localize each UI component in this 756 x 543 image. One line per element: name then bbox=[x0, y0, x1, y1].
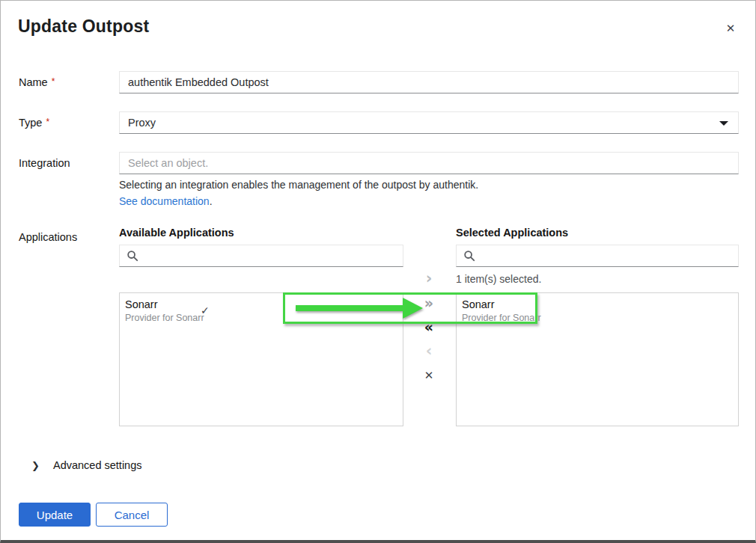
add-selected-button[interactable]: › bbox=[426, 271, 433, 286]
chevron-right-icon[interactable]: ❯ bbox=[31, 460, 40, 471]
list-item-available-sonarr[interactable]: Sonarr Provider for Sonarr ✓ bbox=[120, 293, 403, 328]
app-title: Sonarr bbox=[462, 298, 732, 311]
clear-selection-button[interactable]: ✕ bbox=[424, 370, 434, 381]
check-icon: ✓ bbox=[201, 304, 210, 316]
integration-field[interactable]: Select an object. bbox=[119, 152, 739, 174]
type-select-value: Proxy bbox=[128, 117, 156, 129]
name-field-value: authentik Embedded Outpost bbox=[128, 76, 269, 88]
update-outpost-modal: Update Outpost ✕ Name* authentik Embedde… bbox=[0, 0, 756, 543]
close-icon[interactable]: ✕ bbox=[723, 21, 738, 36]
see-documentation-link[interactable]: See documentation bbox=[119, 195, 210, 207]
type-select[interactable]: Proxy bbox=[119, 111, 739, 134]
app-subtitle: Provider for Sonarr bbox=[462, 312, 732, 324]
type-label: Type* bbox=[19, 117, 112, 129]
name-field[interactable]: authentik Embedded Outpost bbox=[119, 71, 739, 93]
selected-count-status: 1 item(s) selected. bbox=[456, 273, 541, 285]
name-label: Name* bbox=[19, 76, 112, 88]
selected-applications-list: Sonarr Provider for Sonarr bbox=[456, 292, 739, 426]
chevron-down-icon bbox=[719, 121, 728, 126]
selected-search-input[interactable] bbox=[456, 245, 739, 267]
applications-label: Applications bbox=[19, 231, 112, 243]
page-title: Update Outpost bbox=[18, 16, 149, 37]
integration-help-text: Selecting an integration enables the man… bbox=[119, 179, 478, 191]
integration-placeholder: Select an object. bbox=[128, 157, 208, 169]
available-search-input[interactable] bbox=[119, 245, 403, 267]
app-title: Sonarr bbox=[125, 298, 397, 311]
cancel-button[interactable]: Cancel bbox=[96, 503, 168, 527]
available-applications-header: Available Applications bbox=[119, 227, 234, 239]
app-subtitle: Provider for Sonarr bbox=[125, 312, 397, 324]
advanced-settings-toggle[interactable]: Advanced settings bbox=[53, 459, 142, 471]
update-button[interactable]: Update bbox=[19, 503, 91, 527]
remove-all-button[interactable]: « bbox=[424, 320, 433, 334]
required-asterisk: * bbox=[46, 117, 49, 127]
integration-doc-line: See documentation. bbox=[119, 195, 213, 207]
available-applications-list: Sonarr Provider for Sonarr ✓ bbox=[119, 292, 403, 426]
search-icon bbox=[126, 250, 138, 262]
integration-label: Integration bbox=[19, 157, 112, 169]
list-item-selected-sonarr[interactable]: Sonarr Provider for Sonarr bbox=[457, 293, 738, 328]
remove-selected-button[interactable]: ‹ bbox=[426, 343, 433, 359]
add-all-button[interactable]: » bbox=[424, 296, 433, 310]
search-icon bbox=[463, 250, 475, 262]
required-asterisk: * bbox=[52, 76, 55, 87]
selected-applications-header: Selected Applications bbox=[456, 227, 568, 239]
